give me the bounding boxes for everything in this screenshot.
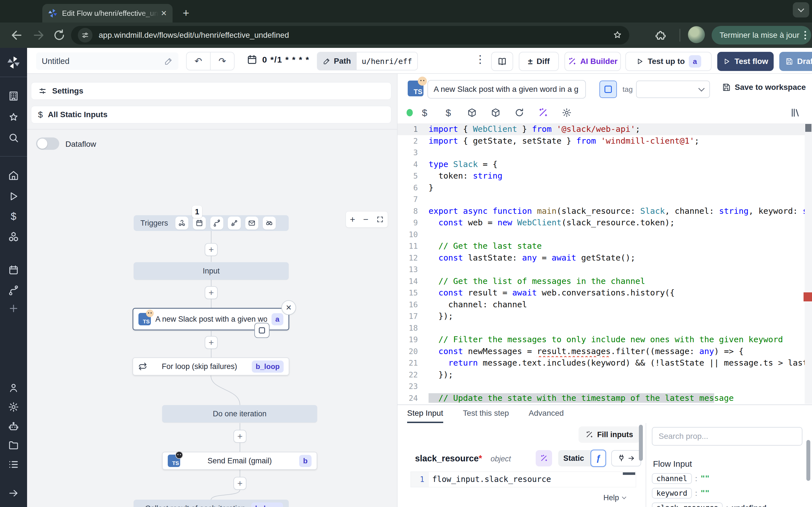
sidebar-folder-icon[interactable] xyxy=(8,439,19,451)
code-line[interactable]: 2import { getState, setState } from 'win… xyxy=(398,135,812,147)
sidebar-robot-icon[interactable] xyxy=(8,420,19,432)
tab-test-this-step[interactable]: Test this step xyxy=(463,409,509,423)
node-send-email[interactable]: TS Send Email (gmail) b xyxy=(162,452,317,470)
all-static-inputs-row[interactable]: $ All Static Inputs xyxy=(31,106,391,123)
flow-name-field[interactable]: Untitled xyxy=(36,52,179,70)
trigger-calendar-icon[interactable] xyxy=(193,217,206,230)
code-line[interactable]: 13 xyxy=(398,264,812,276)
node-do-one-iteration[interactable]: Do one iteration xyxy=(162,405,317,422)
flow-input-row-channel[interactable]: channel:"" xyxy=(652,473,804,485)
zoom-in-button[interactable]: + xyxy=(350,214,355,225)
expression-value[interactable]: flow_input.slack_resource xyxy=(429,472,636,487)
fill-inputs-button[interactable]: Fill inputs xyxy=(578,427,640,443)
more-options-icon[interactable]: ⋮ xyxy=(475,53,486,65)
props-scrollbar[interactable] xyxy=(806,440,810,481)
editor-dollar-icon[interactable]: $ xyxy=(437,107,460,118)
add-step-button[interactable]: + xyxy=(205,286,218,299)
editor-ai-wand-icon[interactable] xyxy=(531,107,555,118)
node-forloop[interactable]: For loop (skip failures) b_loop xyxy=(133,357,289,376)
code-line[interactable]: 16 channel: channel xyxy=(398,299,812,311)
code-line[interactable]: 7 xyxy=(398,193,812,205)
ai-builder-button[interactable]: AI Builder xyxy=(564,52,621,71)
sidebar-star-icon[interactable] xyxy=(8,112,19,123)
code-line[interactable]: 8export async function main(slack_resour… xyxy=(398,205,812,217)
code-line[interactable]: 1import { WebClient } from '@slack/web-a… xyxy=(398,123,812,135)
test-flow-button[interactable]: Test flow xyxy=(717,52,774,71)
add-step-button[interactable]: + xyxy=(234,477,246,490)
path-chip[interactable]: Path u/henri/eff xyxy=(317,52,418,70)
zoom-out-button[interactable]: − xyxy=(363,214,368,225)
flow-input-row-slack_resource[interactable]: slack_resource:undefined xyxy=(652,502,804,507)
trigger-poll-icon[interactable] xyxy=(263,217,276,230)
help-toggle[interactable]: Help xyxy=(603,494,626,502)
code-line[interactable]: 24 // Update the state with the timestam… xyxy=(398,392,812,404)
code-line[interactable]: 23 xyxy=(398,381,812,392)
add-step-button[interactable]: + xyxy=(234,430,246,443)
editor-package-icon[interactable] xyxy=(460,107,484,118)
forward-icon[interactable] xyxy=(32,29,45,42)
schedule-button[interactable]: 0 */1 * * * * xyxy=(246,54,310,65)
tab-search-button[interactable] xyxy=(793,2,809,17)
editor-dollar-icon[interactable]: $ xyxy=(413,107,437,118)
sidebar-collapse-arrow-icon[interactable] xyxy=(8,487,19,499)
code-line[interactable]: 22 }); xyxy=(398,369,812,381)
site-settings-icon[interactable] xyxy=(78,28,93,43)
url-bar[interactable]: app.windmill.dev/flows/edit/u/henri/effe… xyxy=(71,26,629,45)
flow-graph-canvas[interactable]: Triggers 1 + − + Input + TS A new Slack … xyxy=(27,129,398,507)
sidebar-search-icon[interactable] xyxy=(8,132,19,144)
new-tab-button[interactable]: + xyxy=(183,7,189,18)
expression-editor[interactable]: 1 flow_input.slack_resource xyxy=(410,471,636,487)
search-prop-input[interactable] xyxy=(652,427,802,446)
code-line[interactable]: 6} xyxy=(398,182,812,194)
sidebar-cubes-icon[interactable] xyxy=(8,231,19,243)
editor-gear-icon[interactable] xyxy=(555,107,578,118)
bookmark-star-icon[interactable] xyxy=(612,30,622,40)
sidebar-route-icon[interactable] xyxy=(8,284,19,296)
code-line[interactable]: 18 xyxy=(398,322,812,334)
browser-menu-icon[interactable] xyxy=(804,31,806,40)
trigger-route-icon[interactable] xyxy=(210,217,223,230)
code-line[interactable]: 19 // Filter the messages to only includ… xyxy=(398,334,812,346)
docs-button[interactable] xyxy=(491,52,513,71)
windmill-logo-icon[interactable] xyxy=(7,56,20,69)
step-panel-scrollbar[interactable] xyxy=(639,425,643,461)
back-icon[interactable] xyxy=(10,29,24,42)
sidebar-dollar-icon[interactable]: $ xyxy=(8,211,19,223)
code-line[interactable]: 14 // Get the list of messages in the ch… xyxy=(398,276,812,287)
code-line[interactable]: 10 xyxy=(398,229,812,240)
browser-tab[interactable]: Edit Flow u/henri/effective_un ✕ xyxy=(42,4,172,22)
code-line[interactable]: 17 }); xyxy=(398,311,812,322)
connect-input-button[interactable] xyxy=(611,450,641,466)
code-line[interactable]: 3 xyxy=(398,147,812,159)
static-toggle[interactable]: Static ƒ xyxy=(558,450,605,466)
trigger-email-icon[interactable] xyxy=(245,217,258,230)
node-stop-button[interactable] xyxy=(254,323,269,338)
sidebar-user-icon[interactable] xyxy=(8,382,19,394)
node-collect-result[interactable]: Collect result of each iteration b_loop xyxy=(134,500,289,507)
code-scrollbar-track[interactable] xyxy=(805,123,812,404)
flow-input-row-keyword[interactable]: keyword:"" xyxy=(652,487,804,499)
settings-row[interactable]: Settings xyxy=(31,82,391,100)
sidebar-list-icon[interactable] xyxy=(8,459,19,470)
code-line[interactable]: 15 const result = await web.conversation… xyxy=(398,287,812,299)
diff-button[interactable]: ± Diff xyxy=(519,52,559,71)
delete-node-button[interactable]: ✕ xyxy=(282,300,296,315)
ai-fill-button[interactable] xyxy=(536,450,552,466)
tab-step-input[interactable]: Step Input xyxy=(407,409,443,423)
step-summary-input[interactable]: A new Slack post with a given word in a … xyxy=(427,80,586,99)
expand-editor-button[interactable] xyxy=(599,80,617,98)
code-line[interactable]: 5 token: string xyxy=(398,170,812,182)
code-line[interactable]: 4type Slack = { xyxy=(398,159,812,170)
extensions-icon[interactable] xyxy=(654,29,668,42)
fullscreen-icon[interactable] xyxy=(376,216,384,223)
triggers-bar[interactable]: Triggers xyxy=(134,215,289,231)
sidebar-building-icon[interactable] xyxy=(8,90,19,102)
tab-advanced[interactable]: Advanced xyxy=(529,409,564,423)
code-line[interactable]: 11 // Get the last state xyxy=(398,240,812,252)
editor-refresh-icon[interactable] xyxy=(507,107,531,118)
profile-avatar[interactable] xyxy=(688,26,705,43)
tag-select[interactable] xyxy=(636,80,710,98)
test-up-to-button[interactable]: Test up to a xyxy=(625,52,712,71)
reload-icon[interactable] xyxy=(52,29,66,42)
add-step-button[interactable]: + xyxy=(205,336,218,349)
